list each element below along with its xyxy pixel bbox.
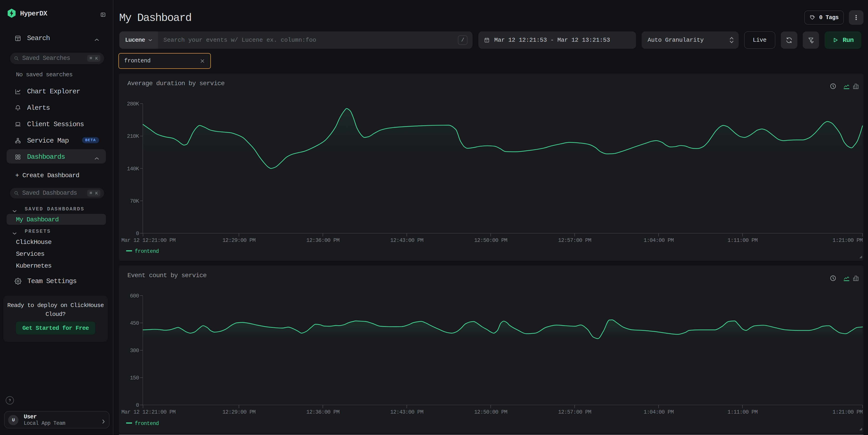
svg-text:12:50:00 PM: 12:50:00 PM: [474, 237, 507, 244]
svg-text:0: 0: [136, 230, 139, 237]
svg-text:150: 150: [130, 375, 139, 381]
svg-text:0: 0: [136, 402, 139, 408]
svg-text:140K: 140K: [127, 165, 140, 172]
svg-text:280K: 280K: [127, 101, 140, 107]
svg-text:12:43:00 PM: 12:43:00 PM: [390, 409, 423, 415]
svg-text:1:21:00 PM: 1:21:00 PM: [833, 237, 863, 244]
svg-text:300: 300: [130, 347, 139, 354]
svg-text:12:50:00 PM: 12:50:00 PM: [474, 409, 507, 415]
svg-text:1:21:00 PM: 1:21:00 PM: [833, 409, 863, 415]
svg-text:frontend: frontend: [135, 421, 159, 427]
svg-text:600: 600: [130, 293, 139, 299]
svg-text:210K: 210K: [127, 133, 140, 139]
svg-text:12:57:00 PM: 12:57:00 PM: [558, 237, 591, 244]
svg-text:12:29:00 PM: 12:29:00 PM: [222, 237, 255, 244]
svg-text:12:43:00 PM: 12:43:00 PM: [390, 237, 423, 244]
svg-text:1:04:00 PM: 1:04:00 PM: [644, 409, 674, 415]
svg-text:12:57:00 PM: 12:57:00 PM: [558, 409, 591, 415]
svg-text:70K: 70K: [130, 198, 139, 204]
svg-text:12:36:00 PM: 12:36:00 PM: [306, 237, 339, 244]
svg-text:1:04:00 PM: 1:04:00 PM: [644, 237, 674, 244]
svg-text:Mar 12 12:21:00 PM: Mar 12 12:21:00 PM: [121, 409, 175, 415]
svg-text:12:29:00 PM: 12:29:00 PM: [222, 409, 255, 415]
svg-text:450: 450: [130, 320, 139, 327]
svg-text:frontend: frontend: [135, 248, 159, 254]
svg-text:1:11:00 PM: 1:11:00 PM: [727, 237, 757, 244]
svg-text:12:36:00 PM: 12:36:00 PM: [306, 409, 339, 415]
svg-text:Mar 12 12:21:00 PM: Mar 12 12:21:00 PM: [121, 237, 175, 244]
svg-text:1:11:00 PM: 1:11:00 PM: [727, 409, 757, 415]
